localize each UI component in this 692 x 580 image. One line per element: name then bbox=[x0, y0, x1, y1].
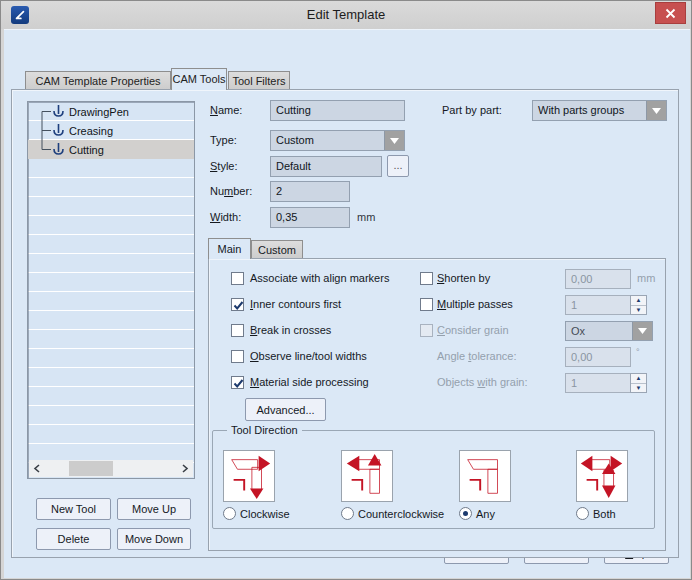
move-down-button[interactable]: Move Down bbox=[117, 528, 191, 550]
name-input[interactable]: Cutting bbox=[270, 100, 405, 121]
multiple-passes-checkbox[interactable] bbox=[420, 298, 433, 311]
inner-contours-first-label[interactable]: Inner contours first bbox=[250, 298, 341, 310]
scrollbar-thumb[interactable] bbox=[69, 461, 113, 476]
tree-connector-icon bbox=[36, 102, 52, 121]
tree-connector-icon bbox=[36, 121, 52, 140]
tool-list[interactable]: DrawingPen Creasing Cutting bbox=[27, 101, 195, 479]
horizontal-scrollbar[interactable] bbox=[29, 460, 193, 477]
window-title: Edit Template bbox=[1, 7, 691, 22]
subtab-custom[interactable]: Custom bbox=[251, 240, 303, 259]
style-browse-button[interactable]: ... bbox=[387, 155, 409, 177]
move-up-button[interactable]: Move Up bbox=[117, 498, 191, 520]
tool-direction-title: Tool Direction bbox=[227, 424, 302, 436]
counterclockwise-radio[interactable] bbox=[341, 507, 354, 520]
spin-up-icon: ▲ bbox=[631, 296, 646, 306]
consider-grain-dropdown: Ox bbox=[565, 321, 653, 341]
inner-contours-first-checkbox[interactable] bbox=[231, 298, 244, 311]
material-side-processing-label[interactable]: Material side processing bbox=[250, 376, 369, 388]
observe-line-tool-widths-checkbox[interactable] bbox=[231, 350, 244, 363]
main-subtab-page: Associate with align markers Inner conto… bbox=[208, 258, 666, 551]
width-unit: mm bbox=[357, 211, 375, 223]
title-bar: Edit Template bbox=[1, 1, 691, 29]
tab-tool-filters[interactable]: Tool Filters bbox=[228, 71, 290, 90]
counterclockwise-icon bbox=[341, 450, 393, 502]
delete-button[interactable]: Delete bbox=[36, 528, 111, 550]
subtab-label: Main bbox=[218, 243, 242, 255]
tree-connector-icon bbox=[36, 140, 52, 159]
subtab-main[interactable]: Main bbox=[208, 238, 251, 259]
objects-with-grain-label: Objects with grain: bbox=[437, 376, 528, 388]
associate-align-markers-checkbox[interactable] bbox=[231, 272, 244, 285]
both-radio[interactable] bbox=[576, 507, 589, 520]
objects-with-grain-input: 1 bbox=[565, 373, 631, 393]
scroll-left-icon[interactable] bbox=[29, 460, 45, 477]
observe-line-tool-widths-label[interactable]: Observe line/tool widths bbox=[250, 350, 367, 362]
tool-pen-icon bbox=[52, 142, 65, 157]
clockwise-label[interactable]: Clockwise bbox=[240, 508, 290, 520]
tab-label: Tool Filters bbox=[232, 75, 285, 87]
spin-down-icon: ▼ bbox=[631, 306, 646, 315]
objects-with-grain-stepper: ▲▼ bbox=[630, 373, 647, 393]
multiple-passes-input: 1 bbox=[565, 295, 631, 315]
scrollbar-track[interactable] bbox=[45, 460, 177, 477]
style-input[interactable]: Default bbox=[270, 156, 382, 177]
both-directions-icon bbox=[576, 450, 628, 502]
part-by-part-value: With parts groups bbox=[538, 104, 624, 116]
associate-align-markers-label[interactable]: Associate with align markers bbox=[250, 272, 389, 284]
part-by-part-label: Part by part: bbox=[442, 104, 502, 116]
style-label: Style: bbox=[210, 160, 238, 172]
advanced-button[interactable]: Advanced... bbox=[245, 398, 326, 421]
material-side-processing-checkbox[interactable] bbox=[231, 376, 244, 389]
tool-list-item-drawingpen[interactable]: DrawingPen bbox=[28, 102, 194, 121]
type-dropdown[interactable]: Custom bbox=[270, 130, 405, 151]
part-by-part-dropdown[interactable]: With parts groups bbox=[532, 100, 667, 121]
any-label[interactable]: Any bbox=[476, 508, 495, 520]
tool-direction-group: Tool Direction bbox=[212, 430, 655, 529]
number-label: Number: bbox=[210, 185, 252, 197]
tool-list-item-cutting[interactable]: Cutting bbox=[28, 140, 194, 159]
break-in-crosses-checkbox[interactable] bbox=[231, 324, 244, 337]
multiple-passes-stepper: ▲▼ bbox=[630, 295, 647, 315]
tool-name: Cutting bbox=[69, 144, 104, 156]
number-input[interactable]: 2 bbox=[270, 181, 350, 202]
consider-grain-value: Ox bbox=[571, 325, 585, 337]
type-label: Type: bbox=[210, 134, 237, 146]
clockwise-radio[interactable] bbox=[223, 507, 236, 520]
width-label: Width: bbox=[210, 211, 241, 223]
tab-label: CAM Tools bbox=[173, 73, 226, 85]
chevron-down-icon bbox=[632, 322, 652, 340]
tool-pen-icon bbox=[52, 104, 65, 119]
chevron-down-icon[interactable] bbox=[646, 101, 666, 120]
close-button[interactable] bbox=[655, 2, 686, 24]
spin-up-icon: ▲ bbox=[631, 374, 646, 384]
break-in-crosses-label[interactable]: Break in crosses bbox=[250, 324, 331, 336]
cam-tools-page: DrawingPen Creasing Cutting bbox=[11, 89, 679, 558]
angle-tolerance-label: Angle tolerance: bbox=[437, 350, 517, 362]
angle-tolerance-input: 0,00 bbox=[565, 347, 631, 367]
both-label[interactable]: Both bbox=[593, 508, 616, 520]
clockwise-icon bbox=[223, 450, 275, 502]
shorten-by-label[interactable]: Shorten by bbox=[437, 272, 490, 284]
counterclockwise-label[interactable]: Counterclockwise bbox=[358, 508, 444, 520]
shorten-by-input: 0,00 bbox=[565, 269, 631, 289]
dialog-content: CAM Template Properties CAM Tools Tool F… bbox=[4, 29, 690, 578]
subtab-label: Custom bbox=[258, 244, 296, 256]
tab-cam-template-properties[interactable]: CAM Template Properties bbox=[25, 71, 171, 90]
type-value: Custom bbox=[276, 134, 314, 146]
tab-cam-tools[interactable]: CAM Tools bbox=[171, 68, 227, 90]
shorten-by-unit: mm bbox=[637, 272, 655, 284]
tool-list-item-creasing[interactable]: Creasing bbox=[28, 121, 194, 140]
tool-name: Creasing bbox=[69, 125, 113, 137]
angle-tolerance-unit: ° bbox=[636, 347, 640, 357]
chevron-down-icon[interactable] bbox=[384, 131, 404, 150]
width-input[interactable]: 0,35 bbox=[270, 207, 350, 228]
any-radio[interactable] bbox=[459, 507, 472, 520]
close-icon bbox=[665, 8, 676, 19]
new-tool-button[interactable]: New Tool bbox=[36, 498, 111, 520]
multiple-passes-label[interactable]: Multiple passes bbox=[437, 298, 513, 310]
spin-down-icon: ▼ bbox=[631, 384, 646, 393]
consider-grain-label: Consider grain bbox=[437, 324, 509, 336]
any-direction-icon bbox=[459, 450, 511, 502]
scroll-right-icon[interactable] bbox=[177, 460, 193, 477]
shorten-by-checkbox[interactable] bbox=[420, 272, 433, 285]
